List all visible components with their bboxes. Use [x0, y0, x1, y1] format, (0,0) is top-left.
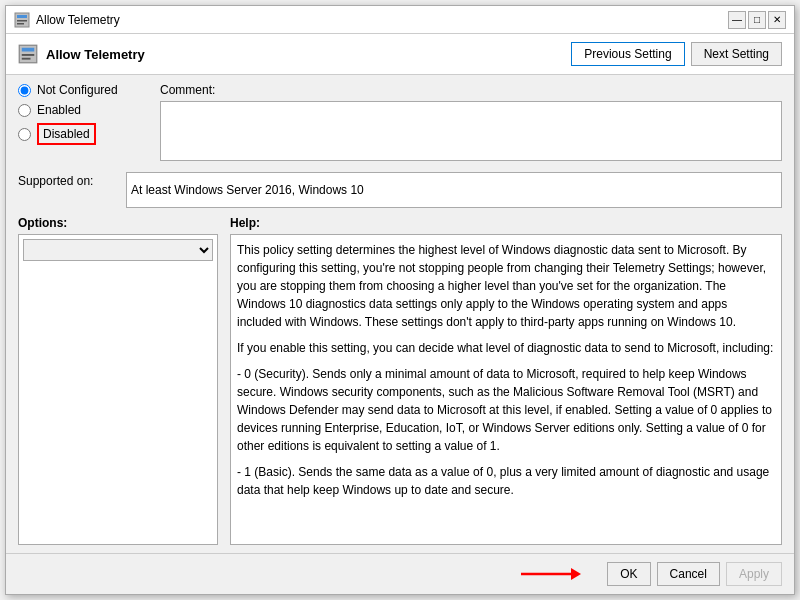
comment-section: Comment:	[160, 83, 782, 164]
header-title-text: Allow Telemetry	[46, 47, 145, 62]
help-paragraph-4: - 1 (Basic). Sends the same data as a va…	[237, 463, 775, 499]
minimize-button[interactable]: —	[728, 11, 746, 29]
radio-group: Not Configured Enabled Disabled	[18, 83, 148, 164]
restore-button[interactable]: □	[748, 11, 766, 29]
radio-not-configured-label[interactable]: Not Configured	[37, 83, 118, 97]
options-select[interactable]	[23, 239, 213, 261]
supported-value-text: At least Windows Server 2016, Windows 10	[131, 183, 364, 197]
footer-row: OK Cancel Apply	[6, 553, 794, 594]
radio-disabled-label[interactable]: Disabled	[37, 123, 96, 145]
help-panel: Help: This policy setting determines the…	[230, 216, 782, 545]
header-row: Allow Telemetry Previous Setting Next Se…	[6, 34, 794, 75]
options-help-row: Options: Help: This policy setting deter…	[18, 216, 782, 545]
main-content: Not Configured Enabled Disabled Comment:	[6, 75, 794, 553]
arrow-indicator	[18, 564, 601, 584]
svg-rect-5	[22, 48, 35, 52]
help-paragraph-2: If you enable this setting, you can deci…	[237, 339, 775, 357]
svg-rect-7	[22, 58, 31, 60]
supported-label: Supported on:	[18, 172, 118, 188]
top-section: Not Configured Enabled Disabled Comment:	[18, 83, 782, 164]
apply-button[interactable]: Apply	[726, 562, 782, 586]
policy-icon	[14, 12, 30, 28]
radio-not-configured-input[interactable]	[18, 84, 31, 97]
content-area: Allow Telemetry Previous Setting Next Se…	[6, 34, 794, 594]
ok-button[interactable]: OK	[607, 562, 650, 586]
svg-rect-2	[17, 20, 27, 22]
radio-enabled-input[interactable]	[18, 104, 31, 117]
title-bar: Allow Telemetry — □ ✕	[6, 6, 794, 34]
radio-enabled[interactable]: Enabled	[18, 103, 148, 117]
header-title: Allow Telemetry	[18, 44, 145, 64]
window-title: Allow Telemetry	[36, 13, 120, 27]
comment-label: Comment:	[160, 83, 782, 97]
svg-rect-1	[17, 15, 27, 18]
radio-enabled-label[interactable]: Enabled	[37, 103, 81, 117]
main-window: Allow Telemetry — □ ✕ Allow Telemetry Pr…	[5, 5, 795, 595]
options-panel: Options:	[18, 216, 218, 545]
supported-row: Supported on: At least Windows Server 20…	[18, 172, 782, 208]
header-buttons: Previous Setting Next Setting	[571, 42, 782, 66]
supported-value: At least Windows Server 2016, Windows 10	[126, 172, 782, 208]
help-paragraph-3: - 0 (Security). Sends only a minimal amo…	[237, 365, 775, 455]
window-controls: — □ ✕	[728, 11, 786, 29]
cancel-button[interactable]: Cancel	[657, 562, 720, 586]
svg-marker-9	[571, 568, 581, 580]
help-text-area[interactable]: This policy setting determines the highe…	[230, 234, 782, 545]
options-label: Options:	[18, 216, 218, 230]
comment-textarea[interactable]	[160, 101, 782, 161]
header-policy-icon	[18, 44, 38, 64]
help-paragraph-1: This policy setting determines the highe…	[237, 241, 775, 331]
options-dropdown-area	[18, 234, 218, 545]
radio-disabled-input[interactable]	[18, 128, 31, 141]
arrow-icon	[521, 564, 581, 584]
radio-not-configured[interactable]: Not Configured	[18, 83, 148, 97]
title-bar-left: Allow Telemetry	[14, 12, 120, 28]
svg-rect-6	[22, 54, 35, 56]
svg-rect-3	[17, 23, 24, 25]
radio-disabled[interactable]: Disabled	[18, 123, 148, 145]
previous-setting-button[interactable]: Previous Setting	[571, 42, 684, 66]
close-button[interactable]: ✕	[768, 11, 786, 29]
next-setting-button[interactable]: Next Setting	[691, 42, 782, 66]
help-label: Help:	[230, 216, 782, 230]
